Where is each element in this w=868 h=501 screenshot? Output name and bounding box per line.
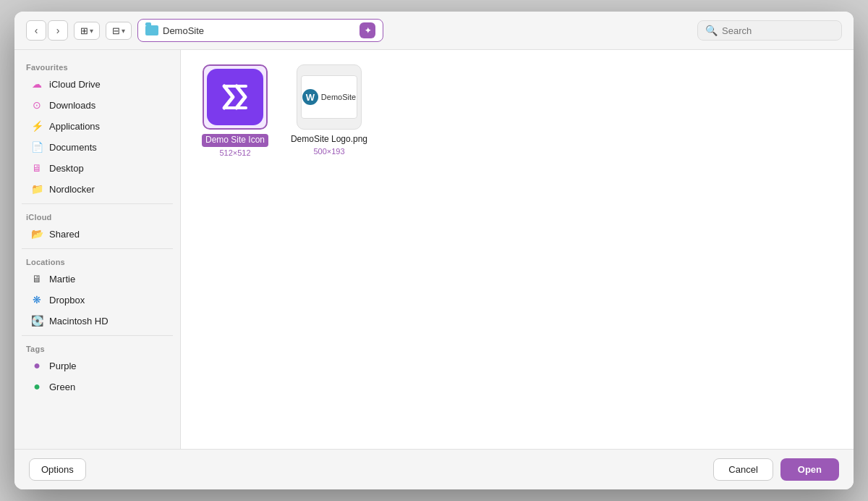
sidebar-item-macintosh-hd[interactable]: 💽 Macintosh HD [19, 311, 176, 331]
file-area: Demo Site Icon 512×512 W DemoSite DemoSi… [181, 50, 854, 449]
applications-icon: ⚡ [30, 119, 43, 132]
list-view-button[interactable]: ⊟ ▾ [106, 22, 132, 40]
bottom-bar: Options Cancel Open [14, 449, 854, 489]
documents-icon: 📄 [30, 140, 43, 153]
sidebar-item-label: Applications [49, 121, 100, 132]
open-button[interactable]: Open [780, 458, 839, 481]
demo-site-icon-dimensions: 512×512 [219, 148, 250, 157]
back-button[interactable]: ‹ [26, 20, 46, 41]
icloud-drive-icon: ☁ [30, 77, 43, 90]
downloads-icon: ⊙ [30, 98, 43, 111]
tags-section-label: Tags [14, 340, 180, 355]
sidebar-item-applications[interactable]: ⚡ Applications [19, 116, 176, 136]
demo-site-icon-graphic [207, 69, 263, 125]
demosite-logo-name: DemoSite Logo.png [291, 134, 367, 146]
sidebar-item-purple-tag[interactable]: ● Purple [19, 355, 176, 376]
search-input[interactable] [722, 25, 830, 36]
location-text: DemoSite [163, 25, 204, 36]
macintosh-hd-icon: 💽 [30, 314, 43, 327]
sidebar-item-label: Documents [49, 142, 97, 153]
sidebar-divider-2 [22, 248, 173, 249]
locations-section-label: Locations [14, 253, 180, 268]
desktop-icon: 🖥 [30, 161, 43, 174]
file-open-dialog: ‹ › ⊞ ▾ ⊟ ▾ DemoSite ✦ 🔍 Favourites ☁ [14, 12, 854, 489]
sidebar-item-label: Shared [49, 229, 80, 240]
list-view-icon: ⊟ [112, 25, 120, 36]
sidebar-item-dropbox[interactable]: ❋ Dropbox [19, 290, 176, 310]
dropbox-icon: ❋ [30, 293, 43, 306]
options-button[interactable]: Options [29, 458, 86, 481]
wordpress-icon: W [302, 89, 318, 105]
sidebar-item-label: Desktop [49, 163, 84, 174]
demo-site-svg [217, 79, 253, 115]
sidebar-item-martie[interactable]: 🖥 Martie [19, 269, 176, 289]
sidebar-item-label: iCloud Drive [49, 79, 101, 90]
icon-view-icon: ⊞ [80, 25, 88, 36]
sidebar-item-downloads[interactable]: ⊙ Downloads [19, 95, 176, 115]
sidebar-item-label: Purple [49, 361, 77, 371]
location-bar[interactable]: DemoSite ✦ [137, 19, 383, 42]
demosite-logo-thumbnail: W DemoSite [297, 64, 362, 130]
sidebar-divider-1 [22, 203, 173, 204]
sidebar-item-label: Dropbox [49, 295, 85, 306]
sidebar-item-nordlocker[interactable]: 📁 Nordlocker [19, 179, 176, 199]
favourites-label: Favourites [14, 59, 180, 73]
search-icon: 🔍 [705, 25, 718, 36]
toolbar: ‹ › ⊞ ▾ ⊟ ▾ DemoSite ✦ 🔍 [14, 12, 854, 50]
sidebar-item-label: Nordlocker [49, 184, 95, 195]
nav-buttons: ‹ › [26, 20, 68, 41]
demo-site-icon-thumbnail [203, 64, 268, 130]
purple-tag-icon: ● [30, 359, 43, 372]
icon-view-button[interactable]: ⊞ ▾ [74, 22, 100, 40]
sidebar: Favourites ☁ iCloud Drive ⊙ Downloads ⚡ … [14, 50, 181, 449]
sidebar-item-label: Martie [49, 274, 75, 285]
file-item-demo-site-icon[interactable]: Demo Site Icon 512×512 [195, 64, 275, 157]
sidebar-item-label: Macintosh HD [49, 316, 109, 327]
sidebar-item-green-tag[interactable]: ● Green [19, 376, 176, 397]
wp-logo-graphic: W DemoSite [301, 75, 357, 119]
demo-site-icon-name: Demo Site Icon [202, 134, 268, 147]
green-tag-icon: ● [30, 380, 43, 393]
right-buttons: Cancel Open [713, 458, 839, 481]
sidebar-item-documents[interactable]: 📄 Documents [19, 137, 176, 157]
file-item-demosite-logo[interactable]: W DemoSite DemoSite Logo.png 500×193 [289, 64, 369, 157]
sidebar-item-shared[interactable]: 📂 Shared [19, 224, 176, 244]
wp-logo-text: DemoSite [321, 93, 356, 101]
nordlocker-icon: 📁 [30, 182, 43, 195]
list-view-chevron: ▾ [122, 27, 125, 35]
sidebar-divider-3 [22, 335, 173, 336]
sidebar-item-label: Green [49, 382, 75, 392]
forward-button[interactable]: › [48, 20, 68, 41]
main-content: Favourites ☁ iCloud Drive ⊙ Downloads ⚡ … [14, 50, 854, 449]
location-badge: ✦ [359, 22, 375, 38]
icon-view-chevron: ▾ [90, 27, 93, 35]
cancel-button[interactable]: Cancel [713, 458, 773, 481]
sidebar-item-icloud-drive[interactable]: ☁ iCloud Drive [19, 74, 176, 94]
search-bar: 🔍 [697, 20, 842, 41]
demosite-logo-dimensions: 500×193 [313, 147, 344, 156]
sidebar-item-desktop[interactable]: 🖥 Desktop [19, 158, 176, 178]
folder-icon [145, 25, 158, 35]
sidebar-item-label: Downloads [49, 100, 95, 111]
icloud-section-label: iCloud [14, 209, 180, 223]
shared-icon: 📂 [30, 227, 43, 240]
martie-icon: 🖥 [30, 272, 43, 285]
